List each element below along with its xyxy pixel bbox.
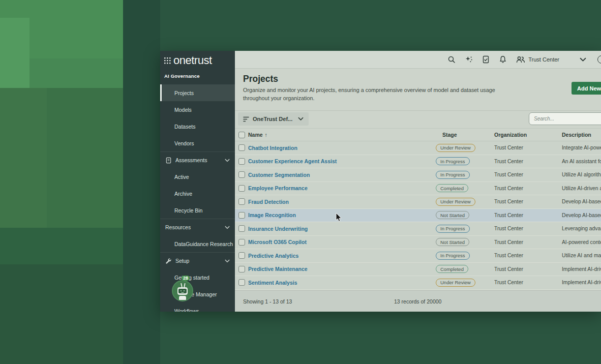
chevron-down-icon [225,259,230,263]
notifications-bell-icon[interactable] [499,55,507,64]
sidebar-item-resources[interactable]: Resources [160,219,235,235]
logo-wordmark: onetrust [173,54,212,67]
user-avatar-icon[interactable] [597,55,601,64]
sort-ascending-icon[interactable]: ↑ [265,132,267,138]
organization-cell: Trust Center [494,199,562,204]
stage-badge: Under Review [436,144,475,152]
sidebar-item-assessments[interactable]: Assessments [160,151,235,168]
column-header-description[interactable]: Description [562,132,601,138]
document-check-icon[interactable] [482,55,490,64]
project-name-link[interactable]: Customer Segmentation [248,172,436,178]
table-row[interactable]: Image RecognitionNot StartedTrust Center… [235,209,601,223]
organization-cell: Trust Center [494,266,562,272]
table-row[interactable]: Employee PerformanceCompletedTrust Cente… [235,182,601,196]
sidebar-item-setup[interactable]: Setup [160,252,235,269]
chevron-down-icon[interactable] [580,57,586,62]
row-checkbox[interactable] [238,279,245,286]
sidebar-item-active[interactable]: Active [160,168,235,185]
project-name-link[interactable]: Chatbot Integration [248,145,436,151]
sidebar-item-label: Vendors [174,140,194,146]
row-checkbox[interactable] [238,158,245,165]
sidebar-item-recycle-bin[interactable]: Recycle Bin [160,202,235,219]
background-tile [47,88,123,228]
view-selector-button[interactable]: OneTrust Def... [238,112,309,126]
stage-badge: In Progress [436,252,470,260]
stage-badge: Completed [436,184,468,192]
project-name-link[interactable]: Insurance Underwriting [248,226,436,232]
waffle-menu-icon[interactable] [164,57,171,64]
project-name-link[interactable]: Employee Performance [248,185,436,191]
org-switcher[interactable]: Trust Center [516,56,559,63]
page-header: Projects Organize and monitor your AI pr… [235,69,601,111]
table-row[interactable]: Sentiment AnalysisUnder ReviewTrust Cent… [235,276,601,290]
description-cell: Utilize AI-driven an [562,186,601,191]
table-row[interactable]: Insurance UnderwritingIn ProgressTrust C… [235,222,601,236]
sidebar-item-projects[interactable]: Projects [160,84,235,101]
sidebar-item-models[interactable]: Models [160,101,235,118]
project-name-link[interactable]: Predictive Maintenance [248,266,436,272]
project-name-link[interactable]: Microsoft O365 Copilot [248,239,436,245]
table-footer: Showing 1 - 13 of 13 13 records of 20000 [235,290,601,312]
background-tile [0,88,47,228]
table-row[interactable]: Chatbot IntegrationUnder ReviewTrust Cen… [235,141,601,155]
row-checkbox[interactable] [238,185,245,192]
ai-sparkle-icon[interactable] [465,55,473,64]
table-row[interactable]: Customer SegmentationIn ProgressTrust Ce… [235,168,601,182]
main-content: Trust Center Projects Organize and monit… [235,51,601,312]
sidebar-item-dataguidance-research[interactable]: DataGuidance Research [160,235,235,252]
sidebar-item-label: Getting started [174,275,209,281]
row-checkbox[interactable] [238,266,245,272]
description-cell: An AI assistant for c [562,159,601,164]
row-checkbox[interactable] [238,171,245,178]
select-all-checkbox[interactable] [238,132,245,138]
search-input[interactable] [529,112,601,125]
project-name-link[interactable]: Predictive Analytics [248,253,436,259]
pagination-summary: Showing 1 - 13 of 13 [243,298,292,305]
sidebar-nav: ProjectsModelsDatasetsVendorsAssessments… [160,84,235,312]
sidebar-item-archive[interactable]: Archive [160,185,235,202]
table-row[interactable]: Predictive AnalyticsIn ProgressTrust Cen… [235,249,601,263]
sidebar-item-label: Datasets [174,124,195,130]
table-row[interactable]: Predictive MaintenanceCompletedTrust Cen… [235,263,601,277]
sidebar-item-workflows[interactable]: Workflows [160,302,235,312]
row-checkbox[interactable] [238,198,245,205]
sidebar-item-label: Recycle Bin [174,207,202,214]
organization-cell: Trust Center [494,280,562,285]
chevron-down-icon [298,117,304,121]
stage-badge: Not Started [436,238,469,246]
description-cell: Implement AI-drive [562,266,601,272]
project-name-link[interactable]: Fraud Detection [248,199,436,205]
chevron-down-icon [225,159,230,162]
view-filter-icon [243,116,249,122]
column-header-stage[interactable]: Stage [436,132,494,138]
sidebar-item-vendors[interactable]: Vendors [160,135,235,151]
table-row[interactable]: Customer Experience Agent AssistIn Progr… [235,155,601,169]
column-header-name[interactable]: Name↑ [248,132,436,138]
organization-cell: Trust Center [494,172,562,177]
table-row[interactable]: Fraud DetectionUnder ReviewTrust CenterD… [235,195,601,209]
chat-assistant-widget[interactable]: 28 [172,280,193,301]
organization-cell: Trust Center [494,239,562,245]
logo[interactable]: onetrust [164,54,212,67]
project-name-link[interactable]: Image Recognition [248,212,436,218]
description-cell: AI-powered conten [562,239,601,245]
search-icon[interactable] [447,55,456,64]
background-tile [0,18,29,88]
sidebar-item-datasets[interactable]: Datasets [160,118,235,135]
sidebar-item-label: Workflows [174,308,199,312]
table-rows: Chatbot IntegrationUnder ReviewTrust Cen… [235,141,601,290]
row-checkbox[interactable] [238,144,245,151]
column-header-organization[interactable]: Organization [494,132,562,138]
table-header-row: Name↑ Stage Organization Description [235,128,601,141]
sidebar: onetrust AI Governance ProjectsModelsDat… [160,51,235,312]
project-name-link[interactable]: Sentiment Analysis [248,280,436,286]
row-checkbox[interactable] [238,252,245,259]
row-checkbox[interactable] [238,212,245,219]
sidebar-item-label: Assessments [175,157,207,163]
row-checkbox[interactable] [238,239,245,246]
add-new-button[interactable]: Add New [572,82,601,95]
table-row[interactable]: Microsoft O365 CopilotNot StartedTrust C… [235,236,601,250]
doc-icon [165,157,172,164]
project-name-link[interactable]: Customer Experience Agent Assist [248,158,436,164]
row-checkbox[interactable] [238,225,245,232]
